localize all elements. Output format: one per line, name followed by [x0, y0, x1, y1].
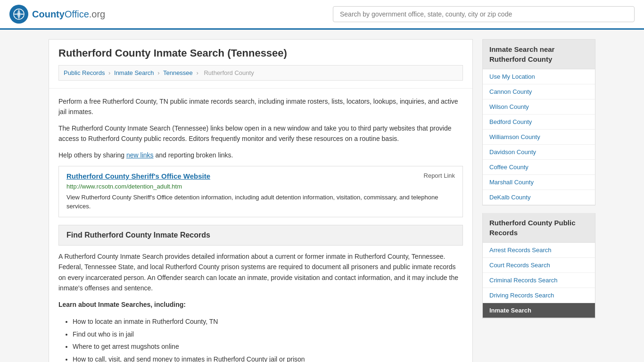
sidebar-public-records-section: Rutherford County Public Records Arrest …	[482, 213, 595, 319]
criminal-records-link[interactable]: Criminal Records Search	[483, 273, 595, 288]
breadcrumb-current: Rutherford County	[204, 69, 254, 76]
bedford-county-link[interactable]: Bedford County	[483, 115, 595, 129]
use-my-location-item[interactable]: Use My Location	[483, 69, 595, 84]
sidebar-item[interactable]: Davidson County	[483, 145, 595, 160]
description-1: Perform a free Rutherford County, TN pub…	[58, 96, 463, 117]
breadcrumb-inmate-search[interactable]: Inmate Search	[114, 69, 154, 76]
coffee-county-link[interactable]: Coffee County	[483, 160, 595, 174]
sidebar-item[interactable]: Bedford County	[483, 115, 595, 130]
sidebar-item[interactable]: Coffee County	[483, 160, 595, 175]
content-area: Rutherford County Inmate Search (Tenness…	[49, 39, 473, 362]
sidebar-nearby-header: Inmate Search near Rutherford County	[483, 40, 595, 69]
content-body: Perform a free Rutherford County, TN pub…	[49, 89, 472, 362]
list-item: How to locate an inmate in Rutherford Co…	[73, 315, 463, 328]
sidebar-nearby-list: Use My Location Cannon County Wilson Cou…	[483, 69, 595, 205]
cannon-county-link[interactable]: Cannon County	[483, 84, 595, 99]
sidebar-public-records-list: Arrest Records Search Court Records Sear…	[483, 242, 595, 318]
link-block-desc: View Rutherford County Sheriff's Office …	[66, 193, 455, 211]
driving-records-link[interactable]: Driving Records Search	[483, 288, 595, 303]
list-item: Find out who is in jail	[73, 328, 463, 341]
report-link-button[interactable]: Report Link	[424, 172, 455, 179]
sidebar-item[interactable]: Arrest Records Search	[483, 243, 595, 258]
section-desc: A Rutherford County Inmate Search provid…	[58, 251, 463, 294]
list-item: Where to get arrest mugshots online	[73, 340, 463, 353]
sidebar-item[interactable]: Wilson County	[483, 99, 595, 115]
link-block-url[interactable]: http://www.rcsotn.com/detention_adult.ht…	[66, 183, 455, 190]
davidson-county-link[interactable]: Davidson County	[483, 145, 595, 159]
dekalb-county-link[interactable]: DeKalb County	[483, 190, 595, 205]
sidebar-item[interactable]: Court Records Search	[483, 258, 595, 273]
content-header: Rutherford County Inmate Search (Tenness…	[49, 40, 472, 89]
breadcrumb-public-records[interactable]: Public Records	[64, 69, 105, 76]
williamson-county-link[interactable]: Williamson County	[483, 130, 595, 144]
marshall-county-link[interactable]: Marshall County	[483, 175, 595, 189]
use-my-location-link[interactable]: Use My Location	[483, 69, 595, 84]
main-container: Rutherford County Inmate Search (Tenness…	[39, 30, 605, 362]
sidebar-public-records-header: Rutherford County Public Records	[483, 213, 595, 242]
inmate-search-link[interactable]: Inmate Search	[483, 303, 595, 318]
logo-text: CountyOffice.org	[32, 9, 105, 20]
arrest-records-link[interactable]: Arrest Records Search	[483, 243, 595, 257]
sidebar-item[interactable]: Inmate Search	[483, 303, 595, 318]
sidebar-item[interactable]: DeKalb County	[483, 190, 595, 205]
sidebar-nearby-section: Inmate Search near Rutherford County Use…	[482, 39, 595, 206]
site-header: CountyOffice.org	[0, 0, 644, 30]
description-2: The Rutherford County Inmate Search (Ten…	[58, 123, 463, 144]
breadcrumb: Public Records › Inmate Search › Tenness…	[58, 65, 463, 81]
sidebar-item[interactable]: Marshall County	[483, 175, 595, 190]
link-block-title[interactable]: Rutherford County Sheriff's Office Websi…	[66, 172, 210, 180]
section-box: Find Rutherford County Inmate Records	[58, 225, 463, 246]
search-input[interactable]	[333, 6, 635, 22]
learn-list: How to locate an inmate in Rutherford Co…	[73, 315, 463, 362]
link-block-header: Rutherford County Sheriff's Office Websi…	[66, 172, 455, 180]
sidebar: Inmate Search near Rutherford County Use…	[482, 39, 595, 362]
logo-area: CountyOffice.org	[9, 5, 105, 24]
wilson-county-link[interactable]: Wilson County	[483, 99, 595, 114]
new-links-link[interactable]: new links	[126, 151, 154, 159]
sidebar-item[interactable]: Cannon County	[483, 84, 595, 99]
section-title: Find Rutherford County Inmate Records	[66, 231, 455, 239]
sidebar-item[interactable]: Driving Records Search	[483, 288, 595, 303]
breadcrumb-tennessee[interactable]: Tennessee	[163, 69, 193, 76]
sidebar-item[interactable]: Criminal Records Search	[483, 273, 595, 288]
sidebar-item[interactable]: Williamson County	[483, 130, 595, 145]
link-block: Rutherford County Sheriff's Office Websi…	[58, 166, 463, 217]
page-title: Rutherford County Inmate Search (Tenness…	[58, 47, 463, 59]
court-records-link[interactable]: Court Records Search	[483, 258, 595, 272]
list-item: How to call, visit, and send money to in…	[73, 353, 463, 362]
description-3: Help others by sharing new links and rep…	[58, 150, 463, 160]
logo-icon	[9, 5, 28, 24]
learn-heading: Learn about Inmate Searches, including:	[58, 299, 463, 310]
